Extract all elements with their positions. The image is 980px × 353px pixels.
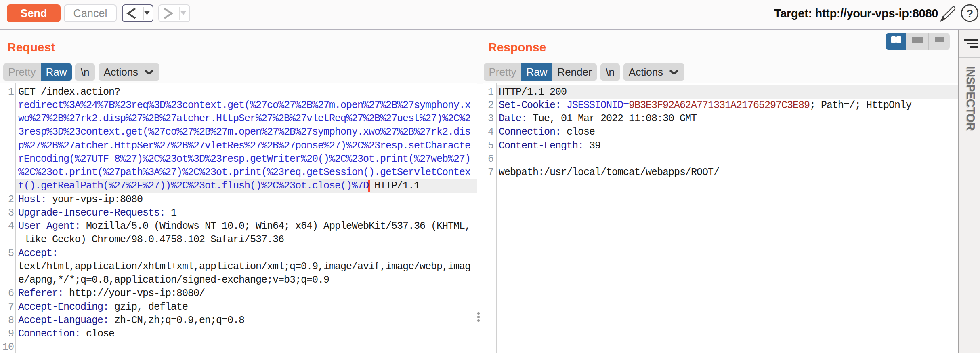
svg-text:?: ? [966,7,973,20]
